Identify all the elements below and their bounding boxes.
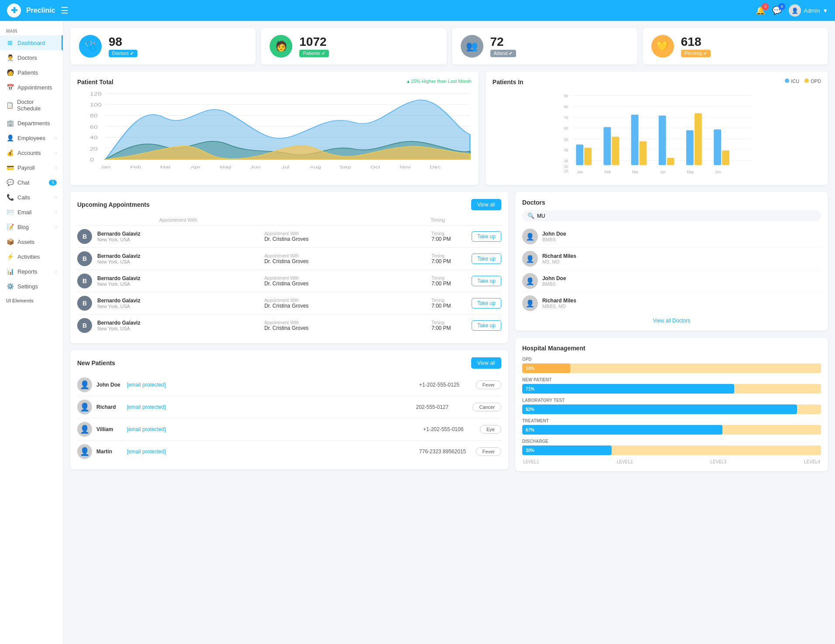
sidebar-label-assets: Assets (17, 239, 34, 245)
app-body: Main ⊞ Dashboard 👨‍⚕️ Doctors 🧑 Patients… (0, 21, 835, 644)
bar-pct-label: 92% (526, 407, 534, 412)
svg-rect-48 (659, 116, 666, 165)
list-item: 👤 John Doe BMBS (522, 226, 821, 248)
svg-text:May: May (687, 170, 694, 174)
appt-location: New York, USA (97, 281, 259, 287)
legend-opd: OPD (804, 79, 821, 84)
sidebar-item-dashboard[interactable]: ⊞ Dashboard (0, 35, 63, 50)
sidebar-label-doctor-schedule: Doctor Schedule (17, 99, 57, 112)
svg-text:Sep: Sep (340, 165, 351, 169)
svg-text:May: May (219, 165, 231, 169)
svg-rect-52 (714, 129, 721, 165)
patient-email[interactable]: [email protected] (127, 449, 415, 455)
appt-info: Bernardo Galaviz New York, USA (97, 253, 259, 264)
bar-row: OPD 16% (522, 357, 821, 373)
sidebar-item-payroll[interactable]: 💳 Payroll › (0, 160, 63, 175)
take-up-btn[interactable]: Take up (472, 231, 501, 242)
bottom-row: Upcoming Appointments View all Appointme… (70, 192, 828, 471)
sidebar-item-assets[interactable]: 📦 Assets (0, 234, 63, 249)
svg-text:Jun: Jun (250, 165, 260, 169)
sidebar-item-settings[interactable]: ⚙️ Settings (0, 279, 63, 294)
bar-fill: 92% (522, 404, 797, 414)
patients-in-title: Patients In (493, 79, 524, 86)
sidebar-label-blog: Blog (17, 224, 29, 230)
notification-btn[interactable]: 🔔 3 (756, 6, 765, 15)
patient-email[interactable]: [email protected] (127, 404, 411, 410)
svg-rect-46 (631, 115, 638, 165)
svg-text:70: 70 (564, 116, 568, 120)
sidebar-item-blog[interactable]: 📝 Blog › (0, 219, 63, 234)
appointments-view-all-btn[interactable]: View all (471, 199, 501, 210)
svg-text:Oct: Oct (370, 165, 380, 169)
hamburger-icon[interactable]: ☰ (61, 5, 68, 16)
sidebar-label-reports: Reports (17, 268, 38, 275)
level1-label: LEVEL1 (523, 459, 539, 464)
svg-text:Mar: Mar (632, 170, 639, 174)
patient-email[interactable]: [email protected] (127, 426, 419, 432)
blog-arrow: › (55, 225, 57, 230)
sidebar-item-calls[interactable]: 📞 Calls › (0, 190, 63, 205)
topnav-right: 🔔 3 💬 8 👤 Admin ▼ (756, 4, 828, 17)
appt-location: New York, USA (97, 326, 259, 331)
new-patients-view-all-btn[interactable]: View all (471, 357, 501, 369)
blog-icon: 📝 (6, 223, 14, 230)
stat-num-attend: 72 (490, 36, 517, 48)
sidebar-label-chat: Chat (17, 179, 29, 186)
sidebar-item-appointments[interactable]: 📅 Appointments (0, 80, 63, 95)
level2-label: LEVEL2 (617, 459, 633, 464)
appt-with-info: Appointment With Dr. Cristina Groves (264, 320, 426, 331)
svg-text:40: 40 (90, 135, 98, 140)
bar-pct-label: 16% (526, 366, 534, 371)
svg-text:Feb: Feb (605, 170, 611, 174)
stat-info-attend: 72 Attend ✔ (490, 36, 517, 57)
activities-icon: ⚡ (6, 253, 14, 260)
sidebar-item-activities[interactable]: ⚡ Activities (0, 249, 63, 264)
sidebar-item-departments[interactable]: 🏢 Departments (0, 116, 63, 130)
appt-timing: Timing 7:00 PM (431, 298, 466, 309)
sidebar-item-doctor-schedule[interactable]: 📋 Doctor Schedule (0, 95, 63, 116)
doctors-search-input[interactable] (537, 213, 816, 219)
take-up-btn[interactable]: Take up (472, 298, 501, 308)
hospital-management-card: Hospital Management OPD 16% NEW PATIENT … (515, 338, 828, 471)
take-up-btn[interactable]: Take up (472, 253, 501, 264)
svg-rect-44 (603, 127, 611, 165)
appt-timing: Timing 7:00 PM (431, 231, 466, 242)
stat-icon-pending: 💛 (651, 35, 674, 58)
doctor-qual: MBBS, MD (542, 304, 576, 309)
sidebar-item-chat[interactable]: 💬 Chat 5 (0, 175, 63, 190)
bar-row: NEW PATIENT 71% (522, 377, 821, 394)
message-btn[interactable]: 💬 8 (772, 6, 782, 15)
appt-name: Bernardo Galaviz (97, 253, 259, 259)
bar-row: DISCHARGE 30% (522, 439, 821, 455)
table-row: B Bernardo Galaviz New York, USA Appoint… (77, 248, 501, 270)
appt-with-info: Appointment With Dr. Cristina Groves (264, 253, 426, 264)
sidebar-item-accounts[interactable]: 💰 Accounts › (0, 145, 63, 160)
list-item: 👤 John Doe [email protected] +1-202-555-… (77, 374, 501, 396)
appt-info: Bernardo Galaviz New York, USA (97, 298, 259, 309)
sidebar-item-reports[interactable]: 📊 Reports › (0, 264, 63, 279)
patient-phone: +1-202-555-0106 (423, 426, 476, 432)
svg-rect-45 (612, 137, 619, 165)
bar-fill: 16% (522, 363, 570, 373)
sidebar-item-doctors[interactable]: 👨‍⚕️ Doctors (0, 50, 63, 65)
user-menu[interactable]: 👤 Admin ▼ (789, 4, 828, 17)
sidebar-item-email[interactable]: ✉️ Email › (0, 205, 63, 219)
table-row: B Bernardo Galaviz New York, USA Appoint… (77, 315, 501, 336)
patient-email[interactable]: [email protected] (127, 382, 415, 388)
patients-icon: 🧑 (6, 69, 14, 76)
bar-fill: 67% (522, 425, 722, 435)
area-chart-wrap: 120 100 80 60 40 20 0 (77, 91, 472, 178)
doctors-search-bar[interactable]: 🔍 (522, 210, 821, 221)
sidebar-label-employees: Employees (17, 135, 45, 141)
sidebar-item-patients[interactable]: 🧑 Patients (0, 65, 63, 80)
sidebar-item-employees[interactable]: 👤 Employees › (0, 130, 63, 145)
take-up-btn[interactable]: Take up (472, 276, 501, 286)
stat-info-doctors: 98 Doctors ✔ (109, 36, 137, 57)
new-patients-list: 👤 John Doe [email protected] +1-202-555-… (77, 374, 501, 462)
appt-timing: Timing 7:00 PM (431, 320, 466, 331)
appt-avatar: B (77, 251, 92, 266)
take-up-btn[interactable]: Take up (472, 320, 501, 331)
sidebar-label-patients: Patients (17, 69, 38, 76)
view-all-doctors-link[interactable]: View all Doctors (522, 318, 821, 324)
doctor-name: John Doe (542, 275, 566, 281)
